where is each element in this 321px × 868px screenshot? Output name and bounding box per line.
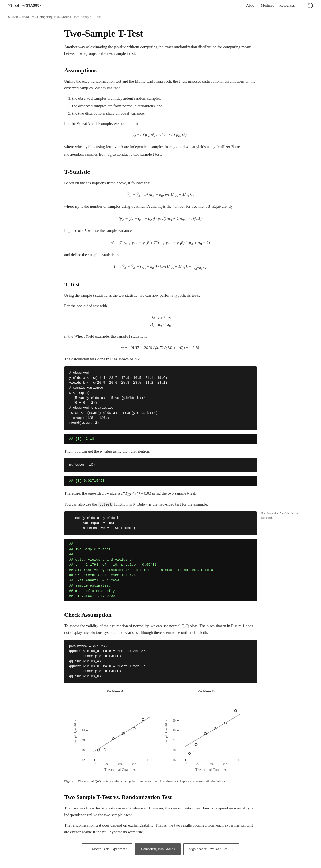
breadcrumb-modules[interactable]: Modules: [22, 15, 34, 19]
nav-about[interactable]: About: [246, 3, 256, 8]
t-test-text7: You can also use the t.test function in …: [64, 501, 257, 508]
chart-b-svg: 16 18 22 26 30 -1.0 -0.5 0.0 0.5 1.0: [163, 696, 249, 772]
assumptions-text2: For the Wheat Yield Example, we assume t…: [64, 120, 257, 127]
svg-text:-1.0: -1.0: [183, 762, 188, 766]
t-test-text1: Using the sample t statistic as the test…: [64, 292, 257, 299]
assumptions-text1: Unlike the exact randomization test and …: [64, 78, 257, 91]
t-statistic-text2: where nA is the number of samples using …: [64, 203, 257, 211]
r-output-ttest: ## ## Two Sample t-test ## ## data: yiel…: [64, 539, 257, 601]
nav-brand: >$ cd ~/STA385/: [8, 3, 246, 8]
svg-text:16: 16: [81, 748, 85, 752]
svg-text:18: 18: [172, 748, 175, 752]
chart-fertilizer-b: Fertilizer B 16 18 22 26 30 -1.0 -0.5: [163, 689, 249, 773]
svg-point-21: [97, 749, 100, 751]
charts-container: Fertilizer A 12 16 20 24 -1.0 -0.5 0.0: [64, 689, 257, 773]
prev-button[interactable]: ← Monte Carlo Experiment: [82, 843, 133, 855]
svg-point-53: [195, 743, 197, 746]
breadcrumb-current: Two-Sample T-Test: [74, 15, 101, 19]
svg-text:0.5: 0.5: [132, 762, 136, 766]
t-test-text6: Therefore, the one-sided p-value is P(T1…: [64, 490, 257, 497]
t-statistic-heading: T-Statistic: [64, 167, 257, 177]
svg-text:22: 22: [172, 738, 175, 742]
svg-text:0.5: 0.5: [223, 762, 227, 766]
check-assumption-heading: Check Assumption: [64, 610, 257, 619]
main-content: Two-Sample T-Test Another way of estimat…: [56, 23, 265, 868]
math-tstat-1: ȳA − ȳB ~ 𝒩 (μA − μB, σ²( 1/nA + 1/nB)) …: [64, 191, 257, 198]
r-code-tstor: # observed yields_a <- c(11.4, 23.7, 17.…: [64, 366, 257, 430]
svg-point-57: [234, 710, 237, 712]
svg-text:1.0: 1.0: [145, 762, 149, 766]
svg-text:-1.0: -1.0: [92, 762, 97, 766]
svg-text:Sample Quantiles: Sample Quantiles: [73, 720, 77, 743]
theme-toggle-icon[interactable]: [308, 3, 313, 8]
nav-modules[interactable]: Modules: [261, 3, 274, 8]
breadcrumb-sep3: /: [72, 15, 74, 19]
t-statistic-text4: and define the sample t statistic as: [64, 252, 257, 258]
current-button[interactable]: Comparing Two Groups: [135, 843, 181, 855]
next-button[interactable]: Significance Level and Bas...→: [183, 843, 239, 855]
svg-text:Theoretical Quantiles: Theoretical Quantiles: [195, 768, 227, 771]
t-test-text5: Then, you can get the p-value using the …: [64, 448, 257, 455]
comparison-text1: The p-values from the two tests are near…: [64, 805, 257, 818]
r-code-qqplot: par(mfrow = c(1,2)) qqnorm(yields_a, mai…: [64, 640, 257, 683]
figure-caption: Figure 1: The normal Q-Q plots for yield…: [64, 779, 257, 784]
assumptions-list: the observed samples are independent ran…: [72, 95, 257, 117]
svg-text:0.0: 0.0: [209, 762, 213, 766]
chart-fertilizer-a: Fertilizer A 12 16 20 24 -1.0 -0.5 0.0: [72, 689, 158, 773]
r-output-pvalue: ## [1] 0.02715463: [64, 475, 257, 486]
math-normal-assumption: yA ~ 𝒩(μA, σ²) and yB ~ 𝒩(μB, σ²) ,: [64, 131, 257, 139]
nav-divider: |: [300, 3, 302, 8]
intro-paragraph: Another way of estimating the p-value wi…: [64, 43, 257, 57]
svg-line-51: [184, 714, 240, 747]
svg-text:-0.5: -0.5: [194, 762, 199, 766]
svg-text:20: 20: [81, 738, 85, 742]
math-t-statistic-formula: T = (ȳA − ȳB − (μA − μB)) / (s√(1/nA + 1…: [64, 263, 257, 271]
navbar: >$ cd ~/STA385/ About Modules Resources …: [0, 0, 321, 11]
r-code-pvalue: pt(tstor, 10): [64, 458, 257, 472]
r-code-ttest: t.test(yields_a, yields_b, var.equal = T…: [64, 512, 257, 535]
check-assumption-text1: To assess the validity of the assumption…: [64, 623, 257, 636]
math-tstat-2: (ȳA − ȳB − (μA − μB)) / (σ√(1/nA + 1/nB)…: [64, 215, 257, 222]
comparison-heading: Two Sample T-Test vs. Randomization Test: [64, 792, 257, 802]
svg-line-20: [94, 717, 149, 752]
svg-text:12: 12: [81, 758, 85, 762]
annotated-code-block: t.test(yields_a, yields_b, var.equal = T…: [64, 512, 257, 535]
svg-text:26: 26: [172, 728, 175, 732]
nav-links: About Modules Resources |: [246, 3, 313, 8]
wheat-yield-link[interactable]: the Wheat Yield Example: [71, 121, 112, 126]
assumption-explanation: where wheat yields using fertilizer A ar…: [64, 144, 257, 158]
svg-text:-0.5: -0.5: [103, 762, 108, 766]
svg-text:0.0: 0.0: [118, 762, 122, 766]
svg-text:Sample Quantiles: Sample Quantiles: [164, 720, 168, 743]
svg-text:16: 16: [172, 758, 175, 762]
svg-point-52: [188, 752, 191, 755]
t-test-text2: For the one-sided test with: [64, 303, 257, 309]
side-annotation: Use alternative='less' for the one-sided…: [261, 512, 305, 520]
t-test-text4: The calculation was done in R as shown b…: [64, 356, 257, 363]
assumption-item-1: the observed samples are independent ran…: [72, 95, 257, 101]
t-statistic-text1: Based on the assumptions listed above, i…: [64, 180, 257, 186]
svg-point-22: [104, 748, 107, 750]
svg-text:1.0: 1.0: [236, 762, 240, 766]
math-t-value: t* = (18.37 − 24.3) / (4.72√(1/6 + 1/6))…: [64, 345, 257, 351]
svg-text:24: 24: [81, 728, 85, 732]
breadcrumb: STA305 / Modules / Comparing Two Groups …: [0, 11, 321, 23]
math-sample-variance: s² = (ΣnAi=1(yi,A − ȳA)² + ΣnBi=1(yi,B −…: [64, 239, 257, 247]
t-statistic-text3: In place of σ², we use the sample varian…: [64, 227, 257, 234]
assumption-item-3: the two distributions share an equal var…: [72, 110, 257, 117]
math-hypothesis: H0 : μA ≥ μB H1 : μA < μB: [64, 314, 257, 328]
breadcrumb-sep2: /: [35, 15, 37, 19]
nav-resources[interactable]: Resources: [279, 3, 295, 8]
breadcrumb-comparing[interactable]: Comparing Two Groups: [37, 15, 71, 19]
assumption-item-2: the observed samples are from normal dis…: [72, 103, 257, 109]
chart-a-title: Fertilizer A: [72, 689, 158, 694]
breadcrumb-sta305[interactable]: STA305: [8, 15, 20, 19]
svg-point-26: [142, 718, 144, 721]
assumptions-heading: Assumptions: [64, 65, 257, 75]
nav-buttons: ← Monte Carlo Experiment Comparing Two G…: [64, 843, 257, 855]
comparison-text2: The randomization test does depend on ex…: [64, 822, 257, 835]
chart-b-title: Fertilizer B: [163, 689, 249, 694]
chart-a-svg: 12 16 20 24 -1.0 -0.5 0.0 0.5 1.0: [72, 696, 158, 772]
t-test-text3: in the Wheat Yield example, the sample t…: [64, 333, 257, 340]
r-output-tstor: ## [1] -2.18: [64, 434, 257, 444]
